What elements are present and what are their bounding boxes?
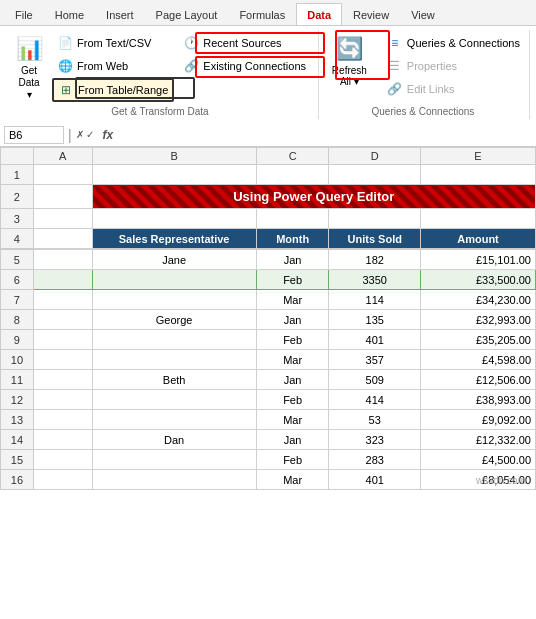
cell-units-7[interactable]: 114: [329, 290, 421, 310]
cell-amount-11[interactable]: £12,506.00: [420, 370, 535, 390]
cell-units-12[interactable]: 414: [329, 390, 421, 410]
existing-connections-button[interactable]: 🔗 Existing Connections: [178, 55, 311, 77]
cell-sales-rep-7[interactable]: [92, 290, 256, 310]
cell-sales-rep-12[interactable]: [92, 390, 256, 410]
col-header-b[interactable]: B: [92, 148, 256, 165]
cell-units-9[interactable]: 401: [329, 330, 421, 350]
cell-month-10[interactable]: Mar: [256, 350, 329, 370]
tab-formulas[interactable]: Formulas: [228, 3, 296, 25]
cell-a7[interactable]: [33, 290, 92, 310]
cell-a5[interactable]: [33, 250, 92, 270]
cell-a2[interactable]: [33, 185, 92, 209]
cell-sales-rep-6[interactable]: [92, 270, 256, 290]
cell-amount-14[interactable]: £12,332.00: [420, 430, 535, 450]
tab-review[interactable]: Review: [342, 3, 400, 25]
refresh-all-button[interactable]: 🔄 RefreshAll ▾: [325, 32, 374, 90]
cell-month-12[interactable]: Feb: [256, 390, 329, 410]
cell-sales-rep-11[interactable]: Beth: [92, 370, 256, 390]
cell-amount-15[interactable]: £4,500.00: [420, 450, 535, 470]
cell-a15[interactable]: [33, 450, 92, 470]
cell-e3[interactable]: [420, 209, 535, 229]
from-web-button[interactable]: 🌐 From Web: [52, 55, 174, 77]
cell-d3[interactable]: [329, 209, 421, 229]
cell-units-11[interactable]: 509: [329, 370, 421, 390]
properties-button[interactable]: ☰ Properties: [382, 55, 525, 77]
cell-sales-rep-14[interactable]: Dan: [92, 430, 256, 450]
col-header-c[interactable]: C: [256, 148, 329, 165]
header-month[interactable]: Month: [256, 229, 329, 249]
header-amount[interactable]: Amount: [420, 229, 535, 249]
cell-month-13[interactable]: Mar: [256, 410, 329, 430]
tab-view[interactable]: View: [400, 3, 446, 25]
from-text-csv-button[interactable]: 📄 From Text/CSV: [52, 32, 174, 54]
cell-b1[interactable]: [92, 165, 256, 185]
cell-b3[interactable]: [92, 209, 256, 229]
formula-input[interactable]: [121, 129, 532, 141]
cell-sales-rep-15[interactable]: [92, 450, 256, 470]
cell-units-16[interactable]: 401: [329, 470, 421, 490]
cell-a10[interactable]: [33, 350, 92, 370]
edit-links-button[interactable]: 🔗 Edit Links: [382, 78, 525, 100]
col-header-d[interactable]: D: [329, 148, 421, 165]
cell-units-6[interactable]: 3350: [329, 270, 421, 290]
header-sales-rep[interactable]: Sales Representative: [92, 229, 256, 249]
cell-month-8[interactable]: Jan: [256, 310, 329, 330]
tab-page-layout[interactable]: Page Layout: [145, 3, 229, 25]
from-table-range-button[interactable]: ⊞ From Table/Range: [52, 78, 174, 102]
cell-sales-rep-5[interactable]: Jane: [92, 250, 256, 270]
cell-units-13[interactable]: 53: [329, 410, 421, 430]
cell-amount-16[interactable]: £8,054.00: [420, 470, 535, 490]
col-header-e[interactable]: E: [420, 148, 535, 165]
cell-units-5[interactable]: 182: [329, 250, 421, 270]
cell-units-15[interactable]: 283: [329, 450, 421, 470]
cell-amount-10[interactable]: £4,598.00: [420, 350, 535, 370]
cell-a12[interactable]: [33, 390, 92, 410]
cell-d1[interactable]: [329, 165, 421, 185]
cell-c3[interactable]: [256, 209, 329, 229]
cell-month-7[interactable]: Mar: [256, 290, 329, 310]
cell-month-16[interactable]: Mar: [256, 470, 329, 490]
cell-c1[interactable]: [256, 165, 329, 185]
cell-a4[interactable]: [33, 229, 92, 249]
cell-units-14[interactable]: 323: [329, 430, 421, 450]
queries-connections-button[interactable]: ≡ Queries & Connections: [382, 32, 525, 54]
cell-amount-5[interactable]: £15,101.00: [420, 250, 535, 270]
cell-a14[interactable]: [33, 430, 92, 450]
tab-insert[interactable]: Insert: [95, 3, 145, 25]
cell-month-6[interactable]: Feb: [256, 270, 329, 290]
cell-a16[interactable]: [33, 470, 92, 490]
cell-sales-rep-8[interactable]: George: [92, 310, 256, 330]
cell-e1[interactable]: [420, 165, 535, 185]
recent-sources-button[interactable]: 🕐 Recent Sources: [178, 32, 311, 54]
cell-month-5[interactable]: Jan: [256, 250, 329, 270]
cell-sales-rep-10[interactable]: [92, 350, 256, 370]
cell-amount-6[interactable]: £33,500.00: [420, 270, 535, 290]
cell-amount-9[interactable]: £35,205.00: [420, 330, 535, 350]
header-units-sold[interactable]: Units Sold: [329, 229, 421, 249]
cell-sales-rep-13[interactable]: [92, 410, 256, 430]
tab-file[interactable]: File: [4, 3, 44, 25]
cell-sales-rep-9[interactable]: [92, 330, 256, 350]
cell-amount-12[interactable]: £38,993.00: [420, 390, 535, 410]
cell-month-14[interactable]: Jan: [256, 430, 329, 450]
cell-a8[interactable]: [33, 310, 92, 330]
cell-month-11[interactable]: Jan: [256, 370, 329, 390]
name-box[interactable]: [4, 126, 64, 144]
cell-a9[interactable]: [33, 330, 92, 350]
cell-a3[interactable]: [33, 209, 92, 229]
tab-home[interactable]: Home: [44, 3, 95, 25]
cell-month-9[interactable]: Feb: [256, 330, 329, 350]
cell-a6[interactable]: [33, 270, 92, 290]
cell-amount-13[interactable]: £9,092.00: [420, 410, 535, 430]
cell-title[interactable]: Using Power Query Editor: [92, 185, 536, 209]
cell-sales-rep-16[interactable]: [92, 470, 256, 490]
cell-units-8[interactable]: 135: [329, 310, 421, 330]
cell-a1[interactable]: [33, 165, 92, 185]
cell-amount-8[interactable]: £32,993.00: [420, 310, 535, 330]
cell-a13[interactable]: [33, 410, 92, 430]
get-data-button[interactable]: 📊 GetData ▾: [10, 32, 48, 104]
cell-units-10[interactable]: 357: [329, 350, 421, 370]
cell-month-15[interactable]: Feb: [256, 450, 329, 470]
tab-data[interactable]: Data: [296, 3, 342, 25]
col-header-a[interactable]: A: [33, 148, 92, 165]
